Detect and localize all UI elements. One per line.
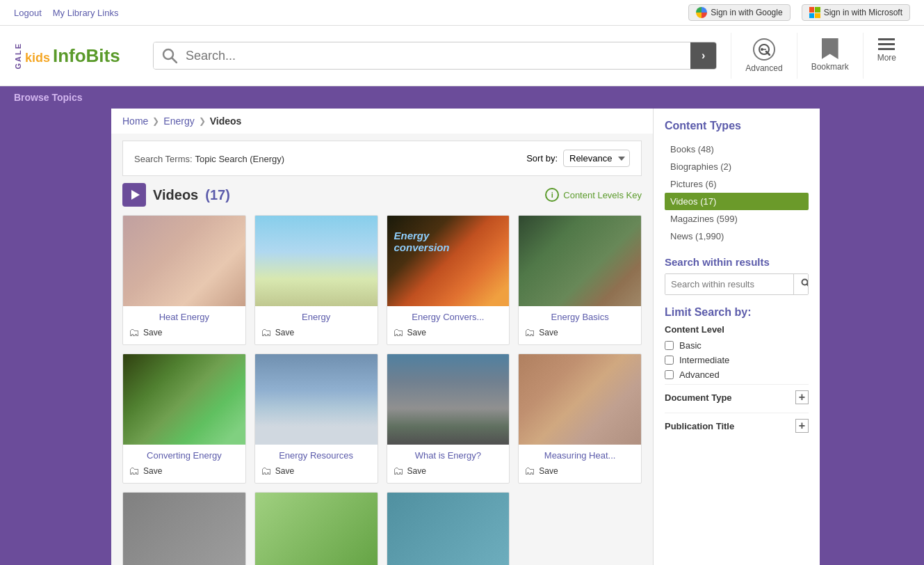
video-title-4[interactable]: Energy Basics [524, 312, 635, 322]
content-type-videos[interactable]: Videos (17) [665, 193, 809, 210]
video-title-6[interactable]: Energy Resources [261, 450, 372, 461]
video-thumb-bottom-1 [123, 493, 245, 565]
video-thumb-measuring [519, 354, 641, 445]
content-levels-key[interactable]: i Content Levels Key [545, 188, 642, 202]
checkbox-advanced[interactable]: Advanced [665, 369, 809, 380]
search-terms-bar: Search Terms: Topic Search (Energy) Sort… [122, 141, 642, 176]
checkbox-intermediate[interactable]: Intermediate [665, 355, 809, 365]
right-sidebar: Content Types Books (48) Biographies (2)… [653, 109, 820, 565]
top-bar: Logout My Library Links Sign in with Goo… [0, 0, 924, 26]
breadcrumb-energy[interactable]: Energy [163, 116, 194, 127]
breadcrumb-current: Videos [210, 116, 242, 127]
save-button-3[interactable]: 🗂 Save [393, 326, 426, 339]
video-title-1[interactable]: Heat Energy [129, 312, 240, 322]
save-button-5[interactable]: 🗂 Save [129, 465, 162, 477]
video-info-6: Energy Resources 🗂 Save [255, 445, 378, 483]
content-type-magazines[interactable]: Magazines (599) [665, 210, 809, 228]
content-type-pictures[interactable]: Pictures (6) [665, 175, 809, 193]
video-title-7[interactable]: What is Energy? [393, 450, 504, 461]
checkbox-advanced-input[interactable] [665, 370, 674, 379]
breadcrumb-home[interactable]: Home [122, 116, 148, 127]
hamburger-icon [878, 38, 895, 50]
content-types-title: Content Types [665, 120, 809, 132]
video-thumb-resources [255, 354, 378, 445]
conversion-overlay-text: Energyconversion [394, 230, 450, 253]
sign-in-microsoft-button[interactable]: Sign in with Microsoft [802, 4, 910, 21]
info-icon: i [545, 188, 559, 202]
video-thumb-ferris [255, 216, 378, 306]
video-play-icon [122, 183, 146, 207]
save-button-4[interactable]: 🗂 Save [524, 326, 558, 339]
sort-select[interactable]: Relevance Date Title [563, 150, 630, 167]
logout-link[interactable]: Logout [14, 8, 42, 18]
infobits-logo[interactable]: kids InfoBits [25, 45, 120, 67]
gale-label: GALE [14, 42, 22, 70]
video-info-3: Energy Convers... 🗂 Save [387, 306, 510, 344]
video-title-2[interactable]: Energy [261, 312, 372, 322]
video-thumb-conversion: Energyconversion [387, 216, 510, 306]
right-sidebar-purple [820, 109, 924, 565]
folder-icon-3: 🗂 [393, 326, 404, 339]
video-grid: Heat Energy 🗂 Save Energy 🗂 Sa [122, 215, 642, 565]
logo: GALE kids InfoBits [14, 42, 139, 70]
document-type-row[interactable]: Document Type + [665, 384, 809, 410]
search-within-input[interactable] [665, 274, 793, 294]
main-layout: Home ❯ Energy ❯ Videos Search Terms: Top… [0, 109, 924, 565]
search-submit-button[interactable]: › [690, 42, 716, 69]
search-within-title: Search within results [665, 256, 809, 268]
content-type-biographies[interactable]: Biographies (2) [665, 158, 809, 175]
save-button-2[interactable]: 🗂 Save [261, 326, 294, 339]
video-title-8[interactable]: Measuring Heat... [524, 450, 635, 461]
folder-icon-7: 🗂 [393, 465, 404, 477]
video-info-1: Heat Energy 🗂 Save [123, 306, 245, 344]
save-button-8[interactable]: 🗂 Save [524, 465, 558, 477]
folder-icon-5: 🗂 [129, 465, 140, 477]
publication-title-row[interactable]: Publication Title + [665, 413, 809, 438]
my-library-links[interactable]: My Library Links [53, 8, 119, 18]
videos-section: Videos (17) i Content Levels Key Heat En… [111, 176, 653, 565]
search-input[interactable] [186, 43, 690, 69]
video-thumb-what [387, 354, 510, 445]
video-info-4: Energy Basics 🗂 Save [519, 306, 641, 344]
save-button-7[interactable]: 🗂 Save [393, 465, 426, 477]
checkbox-basic-input[interactable] [665, 341, 674, 350]
video-title-5[interactable]: Converting Energy [129, 450, 240, 461]
folder-icon-1: 🗂 [129, 326, 140, 339]
search-within-button[interactable] [793, 274, 809, 294]
center-content: Home ❯ Energy ❯ Videos Search Terms: Top… [111, 109, 653, 565]
svg-line-7 [807, 285, 809, 287]
video-thumb-bottom-3 [387, 493, 510, 565]
video-title-3[interactable]: Energy Convers... [393, 312, 504, 322]
bookmark-icon [822, 38, 838, 59]
video-card-bottom-2 [254, 492, 378, 565]
header-actions: Advanced Bookmark More [731, 33, 910, 79]
folder-icon-6: 🗂 [261, 465, 272, 477]
search-icon [154, 42, 186, 69]
save-button-6[interactable]: 🗂 Save [261, 465, 294, 477]
video-card-energy-basics: Energy Basics 🗂 Save [518, 215, 642, 345]
video-thumb-bottom-2 [255, 493, 378, 565]
video-card-bottom-3 [387, 492, 510, 565]
checkbox-basic[interactable]: Basic [665, 340, 809, 351]
content-type-news[interactable]: News (1,990) [665, 228, 809, 245]
video-thumb-heat [123, 216, 245, 306]
advanced-icon [753, 38, 775, 61]
limit-search-title: Limit Search by: [665, 306, 809, 319]
more-button[interactable]: More [863, 33, 910, 79]
sign-in-google-button[interactable]: Sign in with Google [688, 4, 790, 21]
bookmark-button[interactable]: Bookmark [797, 33, 863, 79]
checkbox-intermediate-input[interactable] [665, 356, 674, 365]
search-bar: › [153, 42, 717, 70]
left-sidebar-purple [0, 109, 111, 565]
folder-icon-8: 🗂 [524, 465, 535, 477]
video-card-energy: Energy 🗂 Save [254, 215, 378, 345]
doc-type-plus-icon: + [795, 390, 809, 404]
content-type-books[interactable]: Books (48) [665, 141, 809, 158]
browse-topics-bar[interactable]: Browse Topics [0, 86, 924, 109]
video-thumb-converting [123, 354, 245, 445]
content-level-label: Content Level [665, 324, 809, 335]
advanced-button[interactable]: Advanced [731, 33, 796, 79]
video-card-energy-conversion: Energyconversion Energy Convers... 🗂 Sav… [387, 215, 510, 345]
video-card-heat-energy: Heat Energy 🗂 Save [122, 215, 246, 345]
save-button-1[interactable]: 🗂 Save [129, 326, 162, 339]
